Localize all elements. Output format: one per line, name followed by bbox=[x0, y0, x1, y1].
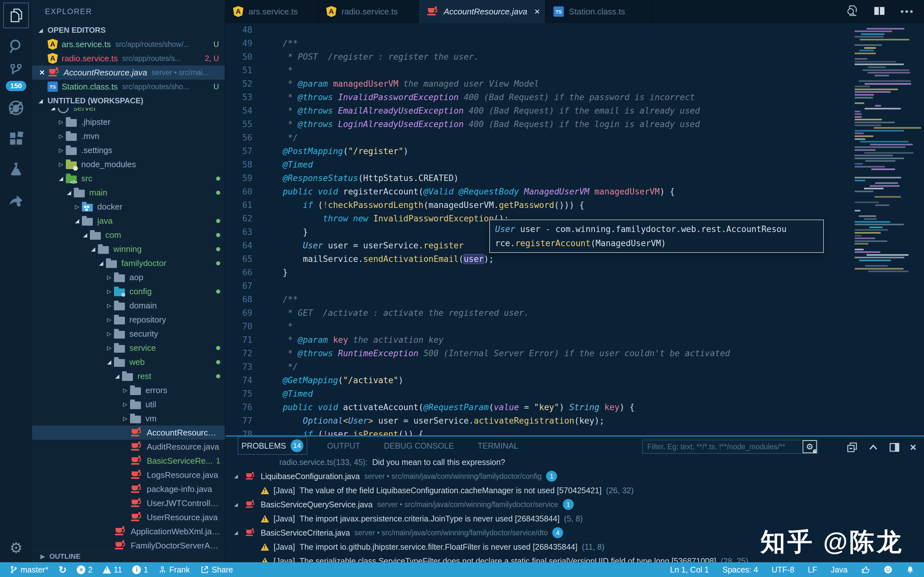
tree-item-vm[interactable]: ▷vm bbox=[32, 411, 225, 425]
status-sync[interactable]: ↻ bbox=[58, 564, 66, 575]
tree-item-main[interactable]: ◢main bbox=[32, 185, 225, 200]
open-editor-AccountResource.java[interactable]: ×AccountResource.javaserver • src/mai... bbox=[32, 66, 225, 80]
open-editor-radio.service.ts[interactable]: Aradio.service.tssrc/app/routes/s...2, U bbox=[32, 52, 225, 66]
settings-gear-icon[interactable]: ⚙ bbox=[0, 539, 32, 556]
status-info[interactable]: i1 bbox=[132, 565, 148, 574]
tree-item-.settings[interactable]: ▷.settings bbox=[32, 143, 225, 157]
tree-item-ApplicationWebXml.java[interactable]: ApplicationWebXml.java bbox=[32, 524, 225, 538]
open-editor-Station.class.ts[interactable]: TSStation.class.tssrc/app/routes/sho...U bbox=[32, 80, 225, 94]
close-tab-icon[interactable]: × bbox=[534, 6, 540, 17]
status-person[interactable]: Frank bbox=[158, 565, 190, 574]
code-line-48[interactable]: 48 bbox=[226, 23, 924, 37]
tree-item-com[interactable]: ◢com bbox=[32, 228, 225, 242]
tree-item-java[interactable]: ◢java bbox=[32, 214, 225, 228]
tab-AccountResource.java[interactable]: AccountResource.java× bbox=[419, 0, 546, 23]
problem-message-continued[interactable]: radio.service.ts(133, 45): Did you mean … bbox=[226, 455, 924, 469]
tree-item-service[interactable]: ▷service bbox=[32, 341, 225, 355]
panel-layout-icon[interactable] bbox=[889, 442, 900, 453]
tree-item-.jhipster[interactable]: ▷.jhipster bbox=[32, 115, 225, 129]
tree-item-web[interactable]: ◢web bbox=[32, 355, 225, 369]
code-line-56[interactable]: 56 */ bbox=[226, 131, 924, 144]
status-thumbsup[interactable] bbox=[861, 565, 870, 574]
minimap[interactable] bbox=[853, 25, 919, 378]
outline-section[interactable]: ▶ OUTLINE bbox=[32, 550, 225, 562]
problem-file-BasicServiceQueryService.java[interactable]: ◢BasicServiceQueryService.javaserver • s… bbox=[226, 497, 924, 511]
problem-file-LiquibaseConfiguration.java[interactable]: ◢LiquibaseConfiguration.javaserver • src… bbox=[226, 469, 924, 483]
collapse-all-icon[interactable] bbox=[846, 442, 858, 453]
code-line-77[interactable]: 77 Optional<User> user = userService.act… bbox=[226, 414, 924, 427]
tree-item-BasicServiceRe...[interactable]: BasicServiceRe...1 bbox=[32, 454, 225, 468]
code-line-74[interactable]: 74 @GetMapping("/activate") bbox=[226, 374, 924, 387]
split-editor-icon[interactable] bbox=[872, 4, 886, 19]
tree-item-util[interactable]: ▷util bbox=[32, 397, 225, 411]
activity-item-extensions[interactable] bbox=[0, 123, 32, 154]
tree-item-package-info.java[interactable]: package-info.java bbox=[32, 482, 225, 496]
tree-item-.mvn[interactable]: ▷.mvn bbox=[32, 129, 225, 143]
status-error[interactable]: ×2 bbox=[77, 565, 92, 574]
code-line-72[interactable]: 72 * @throws RuntimeException 500 (Inter… bbox=[226, 347, 924, 360]
tree-item-AuditResource.java[interactable]: AuditResource.java bbox=[32, 440, 225, 454]
tree-item-docker[interactable]: ▷docker bbox=[32, 200, 225, 214]
more-actions-icon[interactable]: ••• bbox=[900, 6, 914, 17]
code-line-75[interactable]: 75 @Timed bbox=[226, 387, 924, 400]
close-panel-icon[interactable]: × bbox=[910, 441, 916, 453]
workspace-header[interactable]: ◢ UNTITLED (WORKSPACE) bbox=[32, 94, 225, 108]
status-warning[interactable]: !11 bbox=[103, 565, 122, 574]
open-editor-ars.service.ts[interactable]: Aars.service.tssrc/app/routes/show/...U bbox=[32, 37, 225, 52]
code-line-73[interactable]: 73 */ bbox=[226, 360, 924, 374]
panel-tab-output[interactable]: OUTPUT bbox=[324, 439, 363, 453]
code-line-61[interactable]: 61 if (!checkPasswordLength(managedUserV… bbox=[226, 198, 924, 212]
activity-item-search[interactable] bbox=[0, 31, 32, 61]
tree-item-nodemodules[interactable]: ▷node_modules bbox=[32, 157, 225, 171]
status-bell[interactable] bbox=[906, 565, 914, 574]
maximize-panel-icon[interactable] bbox=[868, 442, 879, 453]
code-line-68[interactable]: 68 /** bbox=[226, 293, 924, 306]
code-line-55[interactable]: 55 * @throws LoginAlreadyUsedException 4… bbox=[226, 118, 924, 131]
code-line-52[interactable]: 52 * @param managedUserVM the managed us… bbox=[226, 77, 924, 90]
tree-item-domain[interactable]: ▷domain bbox=[32, 298, 225, 313]
tab-ars.service.ts[interactable]: Aars.service.ts bbox=[226, 0, 318, 23]
status-utf-8[interactable]: UTF-8 bbox=[771, 565, 794, 574]
tree-item-security[interactable]: ▷security bbox=[32, 327, 225, 341]
code-line-65[interactable]: 65 mailService.sendActivationEmail(user)… bbox=[226, 252, 924, 266]
panel-tab-terminal[interactable]: TERMINAL bbox=[474, 439, 521, 453]
tree-item-src[interactable]: ◢</>src bbox=[32, 171, 225, 185]
code-line-78[interactable]: 78 if (!user.isPresent()) { bbox=[226, 427, 924, 435]
tree-item-AccountResource.j...[interactable]: AccountResource.j... bbox=[32, 425, 225, 440]
tree-item-rest[interactable]: ◢rest bbox=[32, 369, 225, 383]
problems-filter-input[interactable]: Filter. Eg: text, **/*.ts, !**/node_modu… bbox=[642, 440, 818, 454]
filter-icon[interactable]: ⚙− bbox=[803, 441, 816, 453]
status-git-branch[interactable]: master* bbox=[10, 565, 48, 574]
status-java[interactable]: Java bbox=[830, 565, 848, 574]
code-line-70[interactable]: 70 * bbox=[226, 320, 924, 333]
tree-item-UserResource.java[interactable]: UserResource.java bbox=[32, 510, 225, 524]
tree-item-errors[interactable]: ▷errors bbox=[32, 383, 225, 397]
code-line-50[interactable]: 50 * POST /register : register the user. bbox=[226, 50, 924, 64]
code-line-58[interactable]: 58 @Timed bbox=[226, 158, 924, 171]
status-smiley[interactable] bbox=[884, 565, 893, 574]
code-line-71[interactable]: 71 * @param key the activation key bbox=[226, 333, 924, 347]
code-line-67[interactable]: 67 bbox=[226, 279, 924, 293]
open-preview-icon[interactable] bbox=[845, 4, 858, 19]
tree-item-winning[interactable]: ◢winning bbox=[32, 242, 225, 256]
status-spaces-4[interactable]: Spaces: 4 bbox=[722, 565, 758, 574]
code-line-59[interactable]: 59 @ResponseStatus(HttpStatus.CREATED) bbox=[226, 171, 924, 185]
activity-item-test[interactable] bbox=[0, 154, 32, 185]
tab-Station.class.ts[interactable]: TSStation.class.ts bbox=[546, 0, 653, 23]
panel-tab-problems[interactable]: PROBLEMS14 bbox=[238, 437, 306, 454]
tree-item-UserJWTController....[interactable]: UserJWTController.... bbox=[32, 496, 225, 510]
problem-warning[interactable]: ![Java]The import javax.persistence.crit… bbox=[226, 511, 924, 525]
tree-item-server[interactable]: ◢server bbox=[32, 108, 225, 115]
panel-tab-debug-console[interactable]: DEBUG CONSOLE bbox=[381, 439, 457, 453]
code-line-66[interactable]: 66 } bbox=[226, 266, 924, 279]
code-line-69[interactable]: 69 * GET /activate : activate the regist… bbox=[226, 306, 924, 320]
open-editors-header[interactable]: ◢ OPEN EDITORS bbox=[32, 23, 225, 37]
tree-item-aop[interactable]: ▷aop bbox=[32, 270, 225, 284]
problem-warning[interactable]: ![Java]The value of the field LiquibaseC… bbox=[226, 483, 924, 497]
code-line-53[interactable]: 53 * @throws InvalidPasswordException 40… bbox=[226, 90, 924, 104]
code-line-54[interactable]: 54 * @throws EmailAlreadyUsedException 4… bbox=[226, 104, 924, 118]
tree-item-config[interactable]: ▷⚙config bbox=[32, 284, 225, 298]
status-share[interactable]: Share bbox=[200, 565, 233, 574]
code-line-60[interactable]: 60 public void registerAccount(@Valid @R… bbox=[226, 185, 924, 198]
code-line-57[interactable]: 57 @PostMapping("/register") bbox=[226, 144, 924, 158]
